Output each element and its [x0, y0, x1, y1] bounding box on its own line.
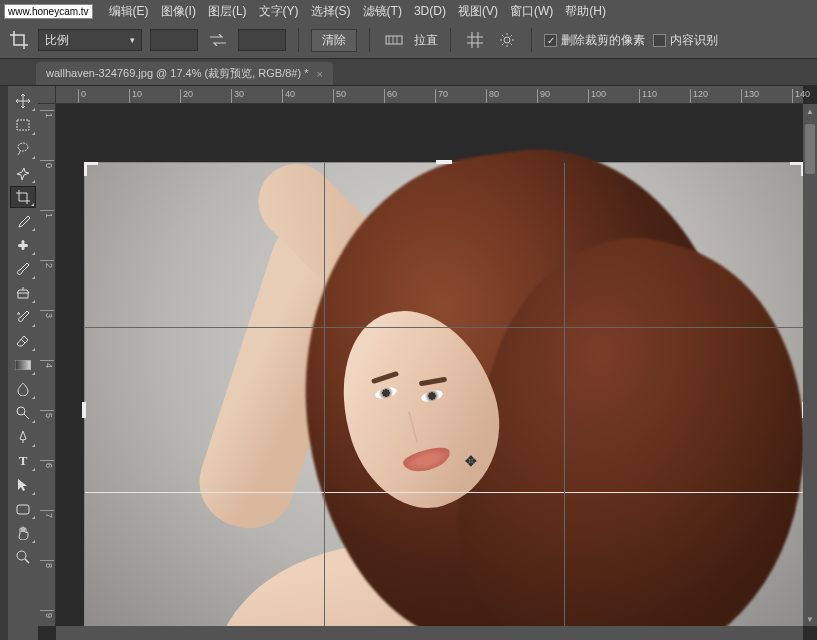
- dodge-tool[interactable]: [10, 402, 36, 424]
- menu-image[interactable]: 图像(I): [155, 0, 202, 22]
- straighten-icon[interactable]: [382, 28, 406, 52]
- content-aware-label: 内容识别: [670, 32, 718, 49]
- scrollbar-horizontal[interactable]: [56, 626, 803, 640]
- delete-cropped-label: 删除裁剪的像素: [561, 32, 645, 49]
- history-brush-tool[interactable]: [10, 306, 36, 328]
- svg-point-9: [17, 551, 26, 560]
- document-tab-bar: wallhaven-324769.jpg @ 17.4% (裁剪预览, RGB/…: [0, 59, 817, 86]
- pen-tool[interactable]: [10, 426, 36, 448]
- path-select-tool[interactable]: [10, 474, 36, 496]
- ruler-horizontal[interactable]: 0 10 20 30 40 50 60 70 80 90 100 110 120…: [56, 86, 803, 104]
- menu-select[interactable]: 选择(S): [305, 0, 357, 22]
- scroll-down-icon[interactable]: ▼: [803, 612, 817, 626]
- svg-point-7: [17, 407, 25, 415]
- left-gutter: [0, 86, 8, 640]
- crop-handle-tr[interactable]: [790, 162, 803, 176]
- checkbox-icon: [544, 34, 557, 47]
- quick-select-tool[interactable]: [10, 162, 36, 184]
- ruler-vertical[interactable]: 1 0 1 2 3 4 5 6 7 8 9: [38, 104, 56, 626]
- crop-handle-top[interactable]: [436, 160, 452, 164]
- crop-grid-line: [85, 492, 803, 493]
- content-aware-checkbox[interactable]: 内容识别: [653, 32, 718, 49]
- brush-tool[interactable]: [10, 258, 36, 280]
- document-tab[interactable]: wallhaven-324769.jpg @ 17.4% (裁剪预览, RGB/…: [36, 62, 333, 85]
- menu-type[interactable]: 文字(Y): [253, 0, 305, 22]
- canvas-area: 0 10 20 30 40 50 60 70 80 90 100 110 120…: [38, 86, 817, 640]
- canvas[interactable]: ✥: [56, 104, 803, 626]
- ruler-origin[interactable]: [38, 86, 56, 104]
- crop-handle-tl[interactable]: [84, 162, 98, 176]
- clear-button[interactable]: 清除: [311, 29, 357, 52]
- width-input[interactable]: [150, 29, 198, 51]
- eraser-tool[interactable]: [10, 330, 36, 352]
- chevron-down-icon: ▾: [130, 35, 135, 45]
- straighten-label: 拉直: [414, 32, 438, 49]
- options-bar: 比例 ▾ 清除 拉直 删除裁剪的像素 内容识别: [0, 22, 817, 59]
- crop-grid-line: [324, 163, 325, 626]
- crop-tool[interactable]: [10, 186, 36, 208]
- watermark-badge: www.honeycam.tv: [4, 4, 93, 19]
- menu-3d[interactable]: 3D(D): [408, 0, 452, 22]
- crop-region[interactable]: ✥: [84, 162, 803, 626]
- svg-point-3: [18, 143, 28, 151]
- shape-tool[interactable]: [10, 498, 36, 520]
- crop-grid-line: [564, 163, 565, 626]
- eyedropper-tool[interactable]: [10, 210, 36, 232]
- document-tab-title: wallhaven-324769.jpg @ 17.4% (裁剪预览, RGB/…: [46, 66, 308, 81]
- overlay-grid-icon[interactable]: [463, 28, 487, 52]
- svg-rect-6: [15, 360, 31, 370]
- aspect-ratio-dropdown[interactable]: 比例 ▾: [38, 29, 142, 51]
- crop-tool-icon: [8, 29, 30, 51]
- toolbox: T: [8, 86, 38, 640]
- hand-tool[interactable]: [10, 522, 36, 544]
- image-content: [85, 163, 803, 626]
- close-tab-icon[interactable]: ×: [316, 68, 322, 80]
- delete-cropped-checkbox[interactable]: 删除裁剪的像素: [544, 32, 645, 49]
- menu-view[interactable]: 视图(V): [452, 0, 504, 22]
- menu-layer[interactable]: 图层(L): [202, 0, 253, 22]
- svg-point-1: [504, 37, 510, 43]
- move-tool[interactable]: [10, 90, 36, 112]
- svg-rect-2: [17, 120, 29, 130]
- aspect-ratio-value: 比例: [45, 32, 69, 49]
- height-input[interactable]: [238, 29, 286, 51]
- scrollbar-thumb[interactable]: [805, 124, 815, 174]
- menu-filter[interactable]: 滤镜(T): [357, 0, 408, 22]
- menu-window[interactable]: 窗口(W): [504, 0, 559, 22]
- menu-edit[interactable]: 编辑(E): [103, 0, 155, 22]
- marquee-tool[interactable]: [10, 114, 36, 136]
- clone-stamp-tool[interactable]: [10, 282, 36, 304]
- svg-rect-0: [386, 36, 402, 44]
- type-tool[interactable]: T: [10, 450, 36, 472]
- crop-options-gear-icon[interactable]: [495, 28, 519, 52]
- lasso-tool[interactable]: [10, 138, 36, 160]
- svg-rect-5: [22, 240, 25, 250]
- blur-tool[interactable]: [10, 378, 36, 400]
- menu-help[interactable]: 帮助(H): [559, 0, 612, 22]
- gradient-tool[interactable]: [10, 354, 36, 376]
- scroll-up-icon[interactable]: ▲: [803, 104, 817, 118]
- scrollbar-vertical[interactable]: ▲ ▼: [803, 104, 817, 626]
- menu-bar: www.honeycam.tv 编辑(E) 图像(I) 图层(L) 文字(Y) …: [0, 0, 817, 22]
- swap-dimensions-icon[interactable]: [206, 28, 230, 52]
- zoom-tool[interactable]: [10, 546, 36, 568]
- crop-grid-line: [85, 327, 803, 328]
- crop-handle-left[interactable]: [82, 402, 86, 418]
- checkbox-icon: [653, 34, 666, 47]
- healing-brush-tool[interactable]: [10, 234, 36, 256]
- svg-rect-8: [17, 505, 29, 514]
- cursor-indicator-icon: ✥: [465, 453, 477, 469]
